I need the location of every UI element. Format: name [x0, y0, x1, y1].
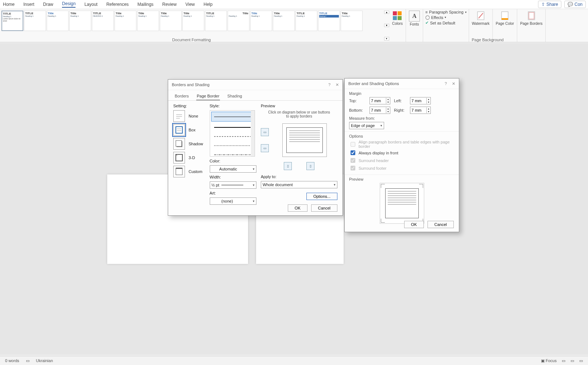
- theme-card[interactable]: TitleHeading 1: [273, 11, 295, 31]
- web-layout-icon[interactable]: ▭: [579, 358, 583, 363]
- margin-right-input[interactable]: ▲▼: [410, 107, 431, 114]
- setting-none[interactable]: None: [173, 110, 205, 122]
- set-default-button[interactable]: ✔Set as Default: [425, 20, 467, 25]
- menu-draw[interactable]: Draw: [43, 2, 53, 7]
- watermark-button[interactable]: Watermark: [469, 9, 493, 42]
- ok-button[interactable]: OK: [288, 204, 307, 212]
- always-front-checkbox[interactable]: Always display in front: [349, 149, 454, 156]
- bottom-border-toggle[interactable]: ▭: [261, 144, 269, 152]
- theme-card[interactable]: TITLEHeading 1: [205, 11, 227, 31]
- svg-rect-12: [176, 118, 180, 119]
- theme-card[interactable]: TITLEHEADING 1: [92, 11, 114, 31]
- theme-card[interactable]: TitleHeading 1: [250, 11, 272, 31]
- help-icon[interactable]: ?: [445, 81, 447, 86]
- preview-hint: Click on diagram below or use buttons to…: [261, 110, 337, 118]
- preview-diagram[interactable]: [282, 123, 327, 157]
- menu-help[interactable]: Help: [204, 2, 213, 7]
- measure-from-combo[interactable]: Edge of page▾: [349, 122, 384, 129]
- menu-design[interactable]: Design: [62, 1, 76, 8]
- read-mode-icon[interactable]: ▭: [562, 358, 565, 363]
- dialog-titlebar[interactable]: Borders and Shading ?✕: [168, 80, 343, 90]
- chevron-down-icon: ▾: [253, 183, 255, 187]
- menu-mailings[interactable]: Mailings: [138, 2, 154, 7]
- tab-page-border[interactable]: Page Border: [196, 92, 220, 100]
- width-combo[interactable]: ½ pt▾: [210, 181, 256, 189]
- theme-card[interactable]: TITLEHeading 1: [24, 11, 46, 31]
- ok-button[interactable]: OK: [404, 221, 424, 228]
- setting-shadow[interactable]: Shadow: [173, 138, 205, 150]
- margin-left-input[interactable]: ▲▼: [410, 97, 431, 104]
- right-border-toggle[interactable]: ▯: [306, 162, 314, 170]
- expand-icon[interactable]: ▾: [384, 37, 389, 41]
- apply-to-combo[interactable]: Whole document▾: [261, 181, 337, 188]
- spacing-icon: ≡: [425, 10, 428, 14]
- top-label: Top:: [349, 99, 366, 103]
- margin-bottom-input[interactable]: ▲▼: [370, 107, 390, 114]
- close-icon[interactable]: ✕: [336, 82, 339, 87]
- svg-rect-14: [177, 128, 181, 129]
- menu-references[interactable]: References: [106, 2, 128, 7]
- comments-button[interactable]: 💬Con: [564, 1, 586, 8]
- tab-shading[interactable]: Shading: [227, 92, 243, 100]
- theme-card[interactable]: TitleHeading 1: [69, 11, 91, 31]
- group-label: Document Formatting: [0, 38, 383, 42]
- help-icon[interactable]: ?: [328, 82, 330, 87]
- gallery-scroll[interactable]: ▲▼▾: [384, 9, 389, 42]
- left-label: Left:: [394, 99, 406, 103]
- page-borders-button[interactable]: Page Borders: [517, 9, 546, 42]
- theme-card[interactable]: TitleHeading 1: [182, 11, 204, 31]
- menu-home[interactable]: Home: [3, 2, 15, 7]
- top-border-toggle[interactable]: ▭: [261, 128, 269, 136]
- menu-insert[interactable]: Insert: [23, 2, 34, 7]
- language-status[interactable]: Ukrainian: [36, 358, 53, 363]
- page-color-button[interactable]: Page Color: [493, 9, 517, 42]
- cancel-button[interactable]: Cancel: [311, 204, 337, 212]
- options-button[interactable]: Options...: [306, 193, 337, 200]
- menu-view[interactable]: View: [185, 2, 195, 7]
- word-count[interactable]: 0 words: [5, 358, 19, 363]
- preview-label: Preview: [349, 177, 454, 181]
- scrollbar[interactable]: [251, 111, 255, 156]
- setting-box[interactable]: Box: [173, 124, 205, 136]
- align-paragraph-checkbox[interactable]: Align paragraph borders and table edges …: [349, 140, 454, 149]
- menu-review[interactable]: Review: [162, 2, 177, 7]
- surround-header-checkbox[interactable]: Surround header: [349, 157, 454, 164]
- color-combo[interactable]: Automatic▾: [210, 165, 256, 173]
- margin-top-input[interactable]: ▲▼: [370, 97, 390, 104]
- fonts-button[interactable]: A Fonts: [406, 9, 423, 42]
- focus-mode[interactable]: ▣ Focus: [541, 358, 557, 363]
- chevron-up-icon[interactable]: ▲: [384, 11, 389, 14]
- theme-card[interactable]: TitleHeading 1: [115, 11, 136, 31]
- setting-custom[interactable]: Custom: [173, 166, 205, 177]
- theme-card[interactable]: TitleHeading 1: [137, 11, 159, 31]
- theme-card[interactable]: TITLEHeading 1: [295, 11, 317, 31]
- close-icon[interactable]: ✕: [452, 81, 455, 86]
- theme-gallery[interactable]: TITLEHeading 1Lorem ipsum dolor sit amet…: [0, 9, 384, 42]
- spellcheck-icon[interactable]: ▭: [26, 358, 30, 363]
- theme-card[interactable]: TitleHeading 1: [160, 11, 182, 31]
- paragraph-spacing-button[interactable]: ≡Paragraph Spacing ▾: [425, 10, 467, 14]
- left-border-toggle[interactable]: ▯: [284, 162, 292, 170]
- share-button[interactable]: ⇪Share: [538, 1, 561, 8]
- theme-card[interactable]: TitleHeading 1: [228, 11, 249, 31]
- style-list[interactable]: [210, 110, 255, 157]
- setting-3d[interactable]: 3-D: [173, 152, 205, 164]
- theme-card[interactable]: TITLEHeading 1Lorem ipsum dolor sit amet: [1, 11, 23, 31]
- theme-card[interactable]: TitleHeading 1: [47, 11, 69, 31]
- menu-layout[interactable]: Layout: [84, 2, 97, 7]
- print-layout-icon[interactable]: ▭: [570, 358, 574, 363]
- dialog-title: Borders and Shading: [172, 82, 209, 87]
- tab-borders[interactable]: Borders: [174, 92, 190, 100]
- theme-card[interactable]: TITLEHeading 1: [318, 11, 340, 31]
- theme-card[interactable]: TitleHeading 1: [341, 11, 363, 31]
- effects-button[interactable]: ◯Effects ▾: [425, 15, 467, 20]
- borders-shading-dialog: Borders and Shading ?✕ Borders Page Bord…: [168, 79, 343, 216]
- dialog-titlebar[interactable]: Border and Shading Options ?✕: [345, 78, 459, 89]
- colors-button[interactable]: Colors: [389, 9, 406, 42]
- surround-footer-checkbox[interactable]: Surround footer: [349, 165, 454, 172]
- chevron-down-icon[interactable]: ▼: [384, 24, 389, 27]
- cancel-button[interactable]: Cancel: [428, 221, 454, 228]
- art-combo[interactable]: (none)▾: [210, 197, 256, 205]
- preview-label: Preview: [261, 104, 337, 108]
- svg-rect-7: [502, 18, 508, 20]
